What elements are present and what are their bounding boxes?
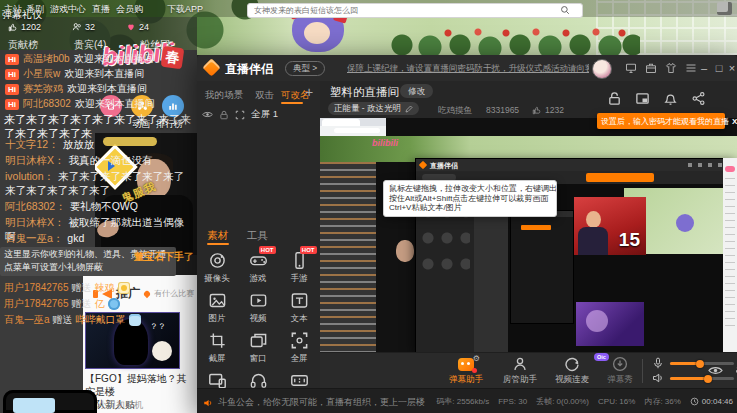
- speaker-volume-slider[interactable]: [670, 377, 734, 380]
- menu-icon[interactable]: [685, 62, 697, 74]
- material-cast[interactable]: [197, 371, 237, 388]
- app-titlebar[interactable]: 直播伴侣 典型 > 保障上课纪律，请设置直播间密码防干扰，升级仪式感活动请向客服…: [197, 55, 737, 81]
- video-link-button[interactable]: Oic 视频连麦: [546, 356, 598, 386]
- speaker-icon[interactable]: [652, 372, 664, 384]
- nav-item-mall[interactable]: 会员购: [116, 3, 143, 16]
- danmaku-assistant-button[interactable]: ⚙ 弹幕助手: [440, 356, 492, 386]
- chick-gift-icon: [118, 282, 130, 294]
- mic-icon[interactable]: [652, 357, 664, 369]
- mini-follow-button: [725, 166, 735, 172]
- active-tab-underline: [281, 102, 303, 104]
- tv-mascot: [3, 390, 97, 413]
- preview-eye-icon[interactable]: [708, 363, 723, 378]
- material-label: 手游: [279, 273, 319, 285]
- danmaku-etiquette-label: 弹幕礼仪: [2, 8, 42, 22]
- minimize-button[interactable]: –: [697, 61, 711, 75]
- material-window[interactable]: 窗口: [238, 331, 278, 365]
- workbench-icon[interactable]: [645, 62, 657, 74]
- material-fullscreen[interactable]: 全屏: [279, 331, 319, 365]
- eye-icon[interactable]: [202, 109, 213, 120]
- materials-tab-underline: [207, 243, 229, 245]
- mini-right-sidebar: [723, 158, 737, 352]
- mic-slider-knob[interactable]: [696, 360, 704, 368]
- share-icon[interactable]: [691, 91, 706, 106]
- maximize-button[interactable]: □: [712, 61, 726, 75]
- notice-link[interactable]: 保障上课纪律，请设置直播间密码防干扰，升级仪式感活动请向客服报备。: [347, 63, 589, 75]
- gift-action: 赠送: [72, 281, 92, 295]
- mic-volume-slider[interactable]: [670, 362, 734, 365]
- hint-line3: Ctrl+V粘贴文本/图片: [389, 203, 551, 213]
- download-app-link[interactable]: 下载APP: [167, 3, 203, 16]
- skin-icon[interactable]: [665, 62, 677, 74]
- category-label: 正能量 - 政达光明: [334, 102, 401, 115]
- link-swirl-icon: [564, 356, 580, 372]
- search-icon[interactable]: [560, 5, 570, 15]
- chat-user: 阿北68302：: [5, 200, 66, 212]
- tab-my-scenes[interactable]: 我的场景: [205, 89, 243, 102]
- gift-action: 赠送: [53, 313, 73, 327]
- preview-canvas[interactable]: bilibili 直播伴侣 素材: [320, 118, 737, 352]
- edit-room-button[interactable]: 修改: [400, 84, 433, 98]
- flame-icon: [143, 289, 151, 297]
- like-stat[interactable]: 1202: [8, 22, 41, 32]
- password-lock-icon[interactable]: [607, 91, 622, 106]
- scene-source-row[interactable]: 全屏 1: [202, 108, 278, 121]
- toolbar-label: 房管助手: [494, 374, 546, 386]
- hint-line1: 鼠标左键拖拽，拉伸改变大小和位置，右键调出菜单: [389, 184, 551, 194]
- tab-contribution[interactable]: 贡献榜: [8, 38, 38, 52]
- category-pill[interactable]: 正能量 - 政达光明: [328, 102, 419, 115]
- material-camera[interactable]: 摄像头: [197, 251, 237, 285]
- live-companion-window: 直播伴侣 典型 > 保障上课纪律，请设置直播间密码防干扰，升级仪式感活动请向客服…: [197, 55, 737, 413]
- stat-memory: 内存: 36%: [644, 396, 680, 407]
- mini-thumbnail-purple: [576, 302, 644, 346]
- material-image[interactable]: 图片: [197, 291, 237, 325]
- clock-icon: [690, 397, 699, 406]
- user-avatar[interactable]: [592, 59, 612, 79]
- danmaku-show-button[interactable]: 弹幕秀: [594, 356, 646, 386]
- room-manager-button[interactable]: 房管助手: [494, 356, 546, 386]
- tooltip-close-icon[interactable]: X: [732, 117, 737, 126]
- tab-materials[interactable]: 素材: [207, 229, 228, 243]
- mini-password-tooltip: [586, 173, 654, 182]
- close-button[interactable]: ×: [725, 61, 737, 75]
- tab-tools[interactable]: 工具: [247, 229, 268, 243]
- nav-item-game-center[interactable]: 游戏中心: [50, 3, 86, 16]
- material-video[interactable]: 视频: [238, 291, 278, 325]
- room-title: 塑料的直播间: [330, 85, 399, 100]
- stat-bitrate: 码率: 2556kb/s: [436, 396, 489, 407]
- material-mobile-game[interactable]: HOT 手游: [279, 251, 319, 285]
- heart-stat[interactable]: 24: [126, 22, 149, 32]
- mini-chat-column: [320, 162, 376, 352]
- material-label: 窗口: [238, 353, 278, 365]
- nav-item-live[interactable]: 直播: [92, 3, 110, 16]
- toolbar-label: 弹幕助手: [440, 374, 492, 386]
- app-title: 直播伴侣: [225, 61, 273, 78]
- mode-switch-button[interactable]: 典型 >: [285, 61, 325, 76]
- welcome-text: 欢迎来到本直播间: [75, 98, 155, 109]
- search-input[interactable]: [247, 3, 583, 18]
- mini-player-icon[interactable]: [625, 62, 637, 74]
- material-game[interactable]: HOT 游戏: [238, 251, 278, 285]
- stat-dropped-frames: 丢帧: 0(0.00%): [536, 396, 589, 407]
- text-icon: [290, 291, 309, 310]
- gift-row: 用户17842765 赠送 亿: [4, 297, 120, 311]
- material-score[interactable]: [279, 371, 319, 388]
- person-icon: [512, 356, 528, 372]
- chat-text: 放放放: [63, 138, 95, 150]
- lock-icon[interactable]: [219, 110, 229, 120]
- material-voice[interactable]: [238, 371, 278, 388]
- heart-icon: [126, 22, 136, 32]
- material-screenshot[interactable]: 截屏: [197, 331, 237, 365]
- bell-icon[interactable]: [663, 91, 678, 106]
- material-text[interactable]: 文本: [279, 291, 319, 325]
- float-window-icon[interactable]: [635, 91, 650, 106]
- gift-action: 赠送: [72, 297, 92, 311]
- welcome-user: 小星辰w: [23, 68, 60, 79]
- gift-user: 用户17842765: [4, 281, 69, 295]
- password-tooltip[interactable]: 设置后，输入密码才能观看我的直播 X: [597, 113, 725, 129]
- add-scene-button[interactable]: +: [305, 84, 313, 100]
- hi-badge: Hi: [5, 54, 19, 65]
- tab-scene-doubleclick[interactable]: 双击: [255, 89, 274, 102]
- hot-badge: HOT: [259, 246, 276, 254]
- toolbar-divider: [642, 359, 643, 383]
